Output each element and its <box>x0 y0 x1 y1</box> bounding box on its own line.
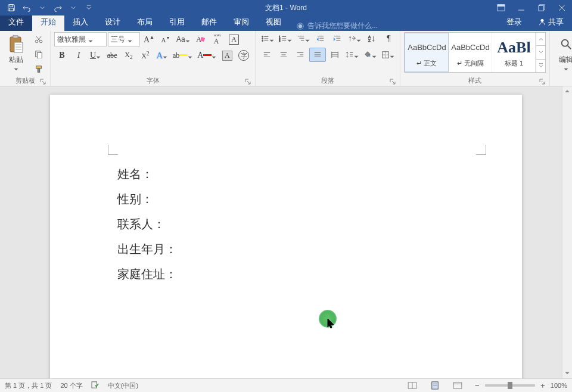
show-marks-button[interactable]: ¶ <box>381 32 396 45</box>
title-bar: 文档1 - Word <box>0 0 572 15</box>
styles-scroll-up-icon[interactable] <box>536 33 545 46</box>
group-paragraph: 123 AZ ¶ <box>256 31 400 86</box>
style-name: ↵ 正文 <box>416 59 437 68</box>
ribbon: 粘贴 剪贴板 微软雅黑 <box>0 31 572 86</box>
doc-line[interactable]: 姓名： <box>117 161 177 186</box>
text-effects-button[interactable]: A <box>154 49 170 62</box>
doc-line[interactable]: 性别： <box>117 186 177 211</box>
dialog-launcher-icon[interactable] <box>244 78 251 85</box>
qat-dropdown-icon[interactable] <box>35 0 50 15</box>
style-normal[interactable]: AaBbCcDd ↵ 正文 <box>405 33 449 72</box>
subscript-button[interactable]: X2 <box>121 49 136 62</box>
cut-button[interactable] <box>31 33 46 46</box>
styles-expand-icon[interactable] <box>536 60 545 72</box>
read-mode-icon[interactable] <box>405 380 419 391</box>
bullets-button[interactable] <box>259 32 276 45</box>
svg-rect-28 <box>200 37 205 42</box>
paste-button[interactable]: 粘贴 <box>4 32 29 71</box>
dialog-launcher-icon[interactable] <box>39 78 46 85</box>
tell-me-search[interactable]: 告诉我您想要做什么... <box>290 21 498 31</box>
font-name-combo[interactable]: 微软雅黑 <box>54 32 107 46</box>
doc-line[interactable]: 联系人： <box>117 211 177 237</box>
zoom-slider[interactable] <box>485 384 535 387</box>
document-content[interactable]: 姓名： 性别： 联系人： 出生年月： 家庭住址： <box>117 161 177 287</box>
language-status[interactable]: 中文(中国) <box>108 381 138 390</box>
font-color-button[interactable]: A <box>195 49 218 62</box>
sort-button[interactable]: AZ <box>364 32 380 45</box>
doc-line[interactable]: 家庭住址： <box>117 262 177 287</box>
shrink-font-button[interactable]: A▼ <box>158 33 173 46</box>
format-painter-button[interactable] <box>31 63 46 76</box>
strikethrough-button[interactable]: abc <box>104 49 120 62</box>
enclose-characters-button[interactable]: 字 <box>236 49 251 62</box>
zoom-out-button[interactable]: − <box>473 381 481 390</box>
restore-icon[interactable] <box>531 0 552 15</box>
font-size-combo[interactable]: 三号 <box>108 32 140 46</box>
vertical-scrollbar[interactable] <box>562 86 572 378</box>
decrease-indent-button[interactable] <box>313 32 328 45</box>
qat-customize-icon[interactable] <box>81 0 97 15</box>
borders-button[interactable] <box>380 48 396 61</box>
shading-button[interactable] <box>362 48 378 61</box>
close-icon[interactable] <box>552 0 572 15</box>
doc-line[interactable]: 出生年月： <box>117 237 177 262</box>
zoom-knob[interactable] <box>508 382 512 389</box>
superscript-button[interactable]: X2 <box>138 49 153 62</box>
word-count[interactable]: 20 个字 <box>60 381 82 390</box>
clear-formatting-button[interactable]: A <box>193 33 209 46</box>
qat-dropdown-icon[interactable] <box>66 0 81 15</box>
group-label-styles: 样式 <box>404 76 546 86</box>
dialog-launcher-icon[interactable] <box>389 78 396 85</box>
phonetic-guide-button[interactable]: wénA <box>210 33 225 46</box>
spellcheck-icon[interactable] <box>91 381 100 390</box>
style-heading-1[interactable]: AaBl 标题 1 <box>492 33 536 72</box>
zoom-in-button[interactable]: + <box>539 381 547 390</box>
scroll-thumb[interactable] <box>562 96 572 369</box>
zoom-control: − + 100% <box>473 381 567 390</box>
window-controls <box>491 0 572 15</box>
grow-font-button[interactable]: A▲ <box>141 33 157 46</box>
styles-scroll <box>536 33 545 72</box>
change-case-button[interactable]: Aa <box>175 33 192 46</box>
group-label-clipboard: 剪贴板 <box>4 76 46 86</box>
redo-icon[interactable] <box>50 0 66 15</box>
character-shading-button[interactable]: A <box>219 49 235 62</box>
zoom-percent[interactable]: 100% <box>551 382 567 389</box>
svg-rect-80 <box>92 382 97 388</box>
numbering-button[interactable]: 123 <box>277 32 294 45</box>
undo-icon[interactable] <box>19 0 35 15</box>
minimize-icon[interactable] <box>511 0 531 15</box>
highlight-button[interactable]: ab <box>171 49 194 62</box>
character-border-button[interactable]: A <box>226 33 242 46</box>
paste-label: 粘贴 <box>9 55 23 65</box>
scroll-up-icon[interactable] <box>562 86 572 96</box>
svg-rect-5 <box>498 5 505 7</box>
style-no-spacing[interactable]: AaBbCcDd ↵ 无间隔 <box>449 33 492 72</box>
align-center-button[interactable] <box>276 48 291 61</box>
increase-indent-button[interactable] <box>329 32 345 45</box>
justify-button[interactable] <box>309 48 326 62</box>
align-right-button[interactable] <box>293 48 308 61</box>
italic-button[interactable]: I <box>71 49 86 62</box>
dialog-launcher-icon[interactable] <box>539 78 546 85</box>
styles-scroll-down-icon[interactable] <box>536 46 545 59</box>
scroll-down-icon[interactable] <box>562 369 572 378</box>
ribbon-display-options-icon[interactable] <box>491 0 511 15</box>
page[interactable]: 姓名： 性别： 联系人： 出生年月： 家庭住址： <box>50 95 522 378</box>
chevron-down-icon <box>128 37 132 42</box>
print-layout-icon[interactable] <box>428 380 442 391</box>
copy-button[interactable] <box>31 48 46 61</box>
distributed-button[interactable] <box>327 48 343 61</box>
web-layout-icon[interactable] <box>450 380 465 391</box>
save-icon[interactable] <box>4 0 19 15</box>
asian-layout-button[interactable] <box>346 32 363 45</box>
style-name: ↵ 无间隔 <box>457 59 484 68</box>
underline-button[interactable]: U <box>88 49 103 62</box>
svg-point-33 <box>262 40 263 41</box>
find-button[interactable]: 编辑 <box>554 32 572 71</box>
multilevel-list-button[interactable] <box>295 32 312 45</box>
page-count[interactable]: 第 1 页，共 1 页 <box>5 381 52 390</box>
align-left-button[interactable] <box>259 48 275 61</box>
line-spacing-button[interactable] <box>344 48 360 61</box>
bold-button[interactable]: B <box>54 49 70 62</box>
